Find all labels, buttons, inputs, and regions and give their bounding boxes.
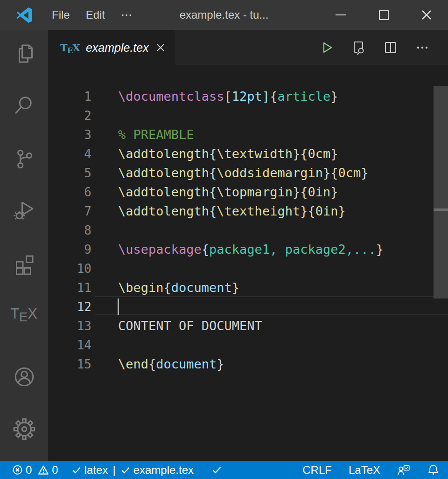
line-number: 8 (48, 223, 91, 237)
editor-actions (320, 30, 448, 65)
menu-bar: File Edit ⋯ (44, 8, 140, 21)
git-branch-icon (13, 148, 35, 170)
latex-build-status[interactable]: latex | example.tex (71, 464, 194, 477)
warnings-icon (38, 465, 49, 476)
checked-file: example.tex (133, 464, 194, 477)
gear-icon (13, 418, 35, 440)
code-line[interactable]: 11\begin{document} (48, 278, 448, 297)
feedback-icon[interactable] (397, 464, 410, 477)
check-icon (211, 465, 222, 475)
tex-file-icon: TEX (60, 42, 80, 54)
language-mode[interactable]: LaTeX (349, 464, 380, 477)
status-left: 0 0 latex | (0, 464, 222, 477)
activity-bar: TEX (0, 30, 48, 461)
sidebar-item-run-debug[interactable] (0, 198, 48, 224)
maximize-icon (379, 10, 389, 20)
line-number: 3 (48, 128, 91, 142)
code-line[interactable]: 13CONTENT OF DOCUMENT (48, 316, 448, 335)
title-bar: File Edit ⋯ example.tex - tu... (0, 0, 448, 30)
split-editor-icon[interactable] (383, 40, 398, 55)
maximize-button[interactable] (362, 0, 405, 30)
minimize-icon (336, 14, 346, 15)
problems-indicator[interactable]: 0 0 (12, 464, 58, 477)
code-line[interactable]: 15\end{document} (48, 354, 448, 374)
files-icon (13, 42, 35, 65)
build-target: latex (84, 464, 108, 477)
code-line[interactable]: 8 (48, 221, 448, 240)
lint-status[interactable] (211, 465, 222, 475)
errors-icon (12, 465, 23, 475)
search-icon (13, 94, 35, 117)
tab-close-icon[interactable] (155, 42, 166, 53)
line-number: 13 (48, 319, 91, 333)
account-icon (13, 366, 35, 388)
tab-bar: TEX example.tex (48, 30, 448, 65)
line-code: \begin{document} (91, 280, 239, 295)
code-line[interactable]: 10 (48, 259, 448, 278)
vscode-window: File Edit ⋯ example.tex - tu... (0, 0, 448, 479)
sidebar-item-settings[interactable] (0, 416, 48, 442)
line-code: \end{document} (91, 357, 224, 371)
line-number: 14 (48, 338, 91, 352)
code-line[interactable]: 2 (48, 106, 448, 125)
line-code: CONTENT OF DOCUMENT (91, 319, 262, 333)
minimize-button[interactable] (319, 0, 362, 30)
vscode-logo-icon (16, 7, 33, 23)
check-icon (120, 465, 131, 475)
more-actions-icon[interactable] (415, 41, 429, 55)
open-preview-icon[interactable] (351, 40, 366, 55)
extensions-icon (13, 253, 35, 276)
sidebar-item-search[interactable] (0, 92, 48, 118)
sidebar-item-explorer[interactable] (0, 41, 48, 67)
warning-count: 0 (52, 464, 58, 477)
sidebar-item-latex-workshop[interactable]: TEX (0, 301, 48, 327)
sidebar-item-source-control[interactable] (0, 146, 48, 172)
bell-icon[interactable] (427, 464, 440, 476)
editor[interactable]: 1\documentclass[12pt]{article}23% PREAMB… (48, 65, 448, 461)
line-code: \addtolength{\textwidth}{0cm} (91, 146, 338, 161)
sidebar-item-extensions[interactable] (0, 251, 48, 278)
code-line[interactable]: 7\addtolength{\textheight}{0in} (48, 201, 448, 221)
code-line[interactable]: 6\addtolength{\topmargin}{0in} (48, 182, 448, 201)
error-count: 0 (26, 464, 32, 477)
menu-overflow[interactable]: ⋯ (113, 8, 140, 21)
line-number: 7 (48, 204, 91, 218)
line-number: 2 (48, 109, 91, 123)
run-build-icon[interactable] (320, 41, 334, 55)
code-line[interactable]: 4\addtolength{\textwidth}{0cm} (48, 144, 448, 163)
line-code: \addtolength{\topmargin}{0in} (91, 185, 338, 199)
line-number: 5 (48, 166, 91, 180)
line-number: 15 (48, 357, 91, 371)
line-code: \addtolength{\oddsidemargin}{0cm} (91, 166, 368, 180)
check-icon (71, 465, 82, 475)
close-button[interactable] (405, 0, 448, 30)
menu-file[interactable]: File (44, 8, 78, 21)
debug-icon (13, 200, 35, 222)
window-controls (319, 0, 448, 30)
code-line[interactable]: 14 (48, 335, 448, 354)
text-cursor (118, 299, 119, 315)
overview-ruler-cursor-marker (434, 208, 448, 211)
menu-edit[interactable]: Edit (78, 8, 113, 21)
line-code: \usepackage{package1, package2,...} (91, 242, 384, 257)
code-line[interactable]: 3% PREAMBLE (48, 125, 448, 144)
close-icon (420, 9, 433, 21)
line-code: \documentclass[12pt]{article} (91, 89, 338, 104)
status-right: CRLF LaTeX (302, 464, 448, 477)
line-number: 6 (48, 185, 91, 199)
code-line[interactable]: 12 (48, 297, 448, 316)
line-number: 11 (48, 281, 91, 295)
code-line[interactable]: 9\usepackage{package1, package2,...} (48, 240, 448, 259)
tab-example-tex[interactable]: TEX example.tex (48, 30, 175, 65)
line-code: \addtolength{\textheight}{0in} (91, 204, 346, 218)
vertical-scrollbar[interactable] (434, 86, 448, 299)
line-number: 10 (48, 262, 91, 276)
line-number: 12 (48, 300, 91, 314)
tex-icon: TEX (10, 305, 38, 322)
code-line[interactable]: 1\documentclass[12pt]{article} (48, 87, 448, 106)
status-bar: 0 0 latex | (0, 461, 448, 479)
sidebar-item-account[interactable] (0, 364, 48, 390)
eol-indicator[interactable]: CRLF (302, 464, 332, 477)
divider: | (112, 464, 115, 477)
code-line[interactable]: 5\addtolength{\oddsidemargin}{0cm} (48, 163, 448, 182)
